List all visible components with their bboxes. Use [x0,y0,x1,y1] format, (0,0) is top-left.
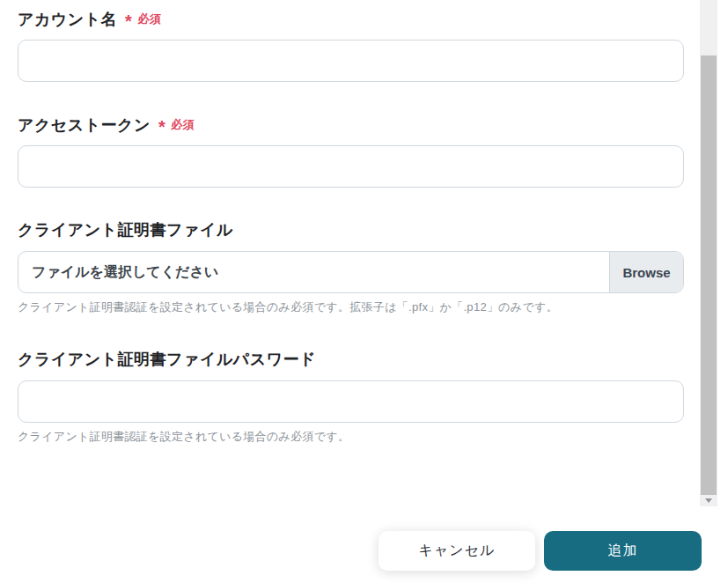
client-cert-password-label: クライアント証明書ファイルパスワード [18,349,316,370]
required-asterisk-icon: * [125,12,132,30]
required-asterisk-icon: * [158,118,165,136]
access-token-input[interactable] [18,145,684,188]
access-token-label: アクセストークン * 必須 [18,114,195,136]
scroll-down-arrow-icon[interactable] [705,498,712,503]
client-cert-password-input[interactable] [18,380,684,423]
cancel-button[interactable]: キャンセル [379,531,535,571]
account-name-label: アカウント名 * 必須 [18,9,161,30]
add-button[interactable]: 追加 [544,531,702,571]
client-cert-file-helper: クライアント証明書認証を設定されている場合のみ必須です。拡張子は「.pfx」か「… [18,299,684,315]
client-cert-password-label-text: クライアント証明書ファイルパスワード [18,349,316,370]
required-badge: 必須 [171,117,195,133]
client-cert-file-label: クライアント証明書ファイル [18,219,233,240]
client-cert-file-label-text: クライアント証明書ファイル [18,219,233,240]
access-token-label-text: アクセストークン [18,114,151,136]
account-name-input[interactable] [18,40,684,82]
scrollbar[interactable] [700,0,717,506]
scrollbar-thumb[interactable] [701,55,717,495]
client-cert-password-helper: クライアント証明書認証を設定されている場合のみ必須です。 [18,429,684,445]
required-badge: 必須 [137,11,161,27]
account-form-modal: アカウント名 * 必須 アクセストークン * 必須 クライアント証明書ファイル … [0,0,728,583]
client-cert-file-input[interactable]: ファイルを選択してください Browse [18,251,684,293]
file-input-placeholder[interactable]: ファイルを選択してください [18,252,609,292]
account-name-label-text: アカウント名 [18,9,117,30]
browse-button[interactable]: Browse [609,252,683,292]
